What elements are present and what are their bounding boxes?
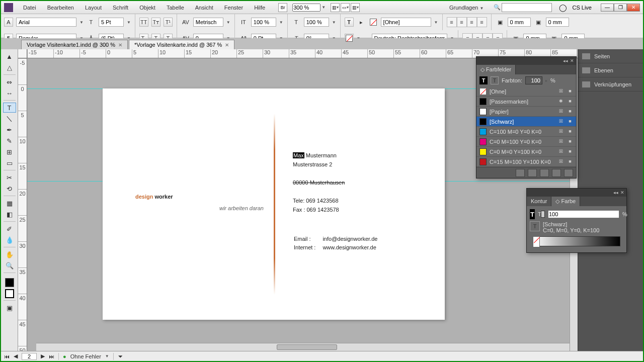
- menu-datei[interactable]: Datei: [18, 3, 41, 13]
- menu-bearbeiten[interactable]: Bearbeiten: [42, 3, 79, 13]
- fill-color-field[interactable]: [381, 18, 431, 27]
- gradient-swatch-tool[interactable]: ▦: [3, 198, 16, 208]
- close-icon[interactable]: ✕: [225, 42, 229, 48]
- font-family-field[interactable]: [16, 18, 76, 27]
- status-menu-icon[interactable]: ⏷: [118, 353, 123, 359]
- font-size-field[interactable]: [99, 18, 124, 27]
- swatch-toolbar-button[interactable]: [540, 169, 549, 177]
- panel-tab-kontur[interactable]: Kontur: [527, 197, 551, 206]
- chevron-right-icon[interactable]: ▸: [545, 78, 547, 83]
- swatch-toolbar-button[interactable]: [528, 169, 537, 177]
- eyedropper-tool[interactable]: 💧: [3, 235, 16, 245]
- swatch-row[interactable]: [Passermarken]✱■: [476, 97, 576, 107]
- zoom-level-input[interactable]: [292, 4, 320, 12]
- prev-page-button[interactable]: ◀: [14, 353, 18, 359]
- align-justify-button[interactable]: ≡: [477, 17, 487, 27]
- line-tool[interactable]: ＼: [3, 114, 16, 124]
- workspace-switcher[interactable]: Grundlagen ▼: [444, 3, 489, 13]
- preflight-status[interactable]: Ohne Fehler: [70, 353, 101, 359]
- search-input[interactable]: [502, 3, 552, 12]
- scissors-tool[interactable]: ✂: [3, 172, 16, 183]
- new-swatch-button[interactable]: [552, 169, 561, 177]
- delete-swatch-button[interactable]: [564, 169, 573, 177]
- window-minimize-button[interactable]: —: [601, 4, 614, 12]
- menu-tabelle[interactable]: Tabelle: [162, 3, 189, 13]
- vscale-field[interactable]: [251, 18, 276, 27]
- cslive-icon[interactable]: ◯: [559, 4, 567, 12]
- pen-tool[interactable]: ✒: [3, 125, 16, 135]
- menu-objekt[interactable]: Objekt: [134, 3, 160, 13]
- fill-proxy-icon[interactable]: T: [345, 18, 354, 27]
- align-left-button[interactable]: ≡: [447, 17, 457, 27]
- tint-ramp[interactable]: [533, 236, 620, 246]
- dock-seiten[interactable]: Seiten: [578, 49, 643, 63]
- stroke-proxy-icon[interactable]: T: [530, 221, 540, 231]
- page-number-field[interactable]: [22, 353, 37, 360]
- fill-color-proxy[interactable]: [5, 278, 14, 287]
- window-close-button[interactable]: ✕: [627, 4, 640, 12]
- selection-tool[interactable]: ▲: [3, 51, 16, 61]
- color-panel[interactable]: ◂◂✕ Kontur ◇ Farbe T T % T: [526, 188, 627, 253]
- screen-mode-icon[interactable]: ▭▾: [341, 3, 350, 12]
- transform-tool[interactable]: ⟲: [3, 184, 16, 194]
- none-icon[interactable]: [533, 236, 540, 247]
- swatches-panel[interactable]: ◂◂✕ ◇ Farbfelder T T Farbton: ▸ % [Ohne]…: [476, 56, 577, 178]
- address-block[interactable]: Max Mustermann Musterstrasse 2 00000 Mus…: [293, 151, 345, 187]
- arrange-docs-icon[interactable]: ▥▾: [351, 3, 360, 12]
- zoom-tool[interactable]: 🔍: [3, 260, 16, 270]
- menu-fenster[interactable]: Fenster: [219, 3, 248, 13]
- swatch-row[interactable]: C=15 M=100 Y=100 K=0☒■: [476, 157, 576, 167]
- rectangle-tool[interactable]: ▭: [3, 158, 16, 168]
- swatch-row[interactable]: [Schwarz]☒■: [476, 117, 576, 127]
- view-mode-button[interactable]: ▣: [3, 303, 16, 313]
- swatch-row[interactable]: [Ohne]☒■: [476, 86, 576, 97]
- dock-ebenen[interactable]: Ebenen: [578, 63, 643, 77]
- panel-tab-farbfelder[interactable]: ◇ Farbfelder: [476, 65, 516, 74]
- frame-tool[interactable]: ⊞: [3, 147, 16, 157]
- close-icon[interactable]: ✕: [620, 190, 624, 195]
- first-page-button[interactable]: ⏮: [4, 353, 10, 359]
- view-options-icon[interactable]: ▥▾: [331, 3, 340, 12]
- bridge-icon[interactable]: Br: [278, 3, 287, 12]
- char-formatting-icon[interactable]: A: [4, 18, 13, 27]
- swatch-row[interactable]: C=0 M=100 Y=0 K=0☒■: [476, 137, 576, 147]
- kerning-field[interactable]: [193, 18, 223, 27]
- stroke-proxy-icon[interactable]: [345, 34, 354, 43]
- page-tool[interactable]: ⇔: [3, 77, 16, 87]
- document-page[interactable]: design worker wir arbeiten daran Max Mus…: [103, 88, 445, 320]
- chevron-down-icon[interactable]: ▼: [321, 5, 326, 10]
- close-icon[interactable]: ✕: [570, 58, 574, 63]
- close-icon[interactable]: ✕: [118, 42, 122, 48]
- ruler-origin[interactable]: [18, 49, 27, 58]
- document-tab[interactable]: *Vorlage Visitenkarte.indd @ 367 %✕: [129, 40, 234, 49]
- type-tool[interactable]: T: [3, 103, 16, 113]
- tint-input[interactable]: [525, 76, 542, 84]
- stroke-color-proxy[interactable]: [5, 289, 14, 298]
- swatch-row[interactable]: C=100 M=0 Y=0 K=0☒■: [476, 127, 576, 137]
- pencil-tool[interactable]: ✎: [3, 136, 16, 146]
- fill-proxy-icon[interactable]: T: [530, 209, 535, 219]
- document-tab[interactable]: Vorlage Visitenkarte1.indd @ 300 %✕: [21, 40, 128, 49]
- hscale-field[interactable]: [304, 18, 329, 27]
- swatch-toolbar-button[interactable]: [516, 169, 525, 177]
- contact-block[interactable]: Tele: 069 1423568 Fax : 069 1423578: [293, 196, 339, 214]
- inset-left-field[interactable]: [546, 18, 569, 27]
- superscript-button[interactable]: T¹: [164, 18, 173, 27]
- stroke-proxy-icon[interactable]: T: [491, 76, 499, 84]
- panel-tab-farbe[interactable]: ◇ Farbe: [551, 197, 580, 206]
- vertical-ruler[interactable]: -5051015202530354045505560: [18, 58, 27, 351]
- tint-value-input[interactable]: [548, 210, 619, 218]
- gap-tool[interactable]: ↔: [3, 88, 16, 98]
- hand-tool[interactable]: ✋: [3, 249, 16, 259]
- allcaps-button[interactable]: TT: [139, 18, 148, 27]
- align-right-button[interactable]: ≡: [467, 17, 477, 27]
- smallcaps-button[interactable]: Tᴛ: [151, 18, 160, 27]
- menu-schrift[interactable]: Schrift: [108, 3, 133, 13]
- horizontal-scrollbar[interactable]: [36, 343, 637, 351]
- window-maximize-button[interactable]: ❐: [614, 4, 627, 12]
- inset-top-field[interactable]: [508, 18, 531, 27]
- cslive-label[interactable]: CS Live: [572, 5, 592, 11]
- fill-swatch-icon[interactable]: [369, 18, 378, 27]
- menu-hilfe[interactable]: Hilfe: [249, 3, 270, 13]
- align-center-button[interactable]: ≡: [457, 17, 467, 27]
